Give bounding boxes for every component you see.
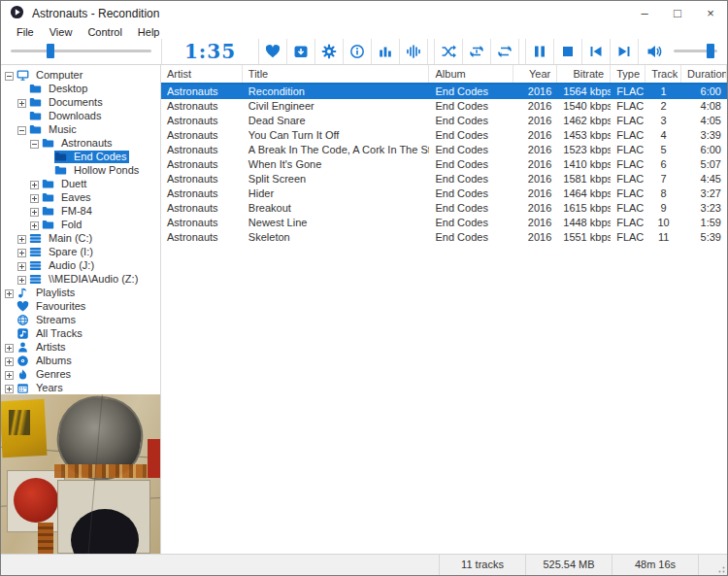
expand-toggle[interactable] (30, 180, 39, 188)
previous-button[interactable] (582, 39, 611, 64)
cell-bitrate: 1448 kbps (557, 216, 611, 230)
table-row[interactable]: AstronautsWhen It's GoneEnd Codes2016141… (161, 157, 727, 172)
collapse-toggle[interactable] (5, 71, 14, 80)
toolbar-separator (428, 39, 435, 64)
expand-toggle[interactable] (17, 261, 26, 270)
expand-toggle[interactable] (5, 384, 14, 392)
menu-help[interactable]: Help (130, 26, 168, 38)
tree-item-genres[interactable]: Genres (1, 367, 160, 381)
visualizer-button[interactable] (400, 39, 428, 64)
cell-bitrate: 1523 kbps (557, 143, 611, 157)
expand-toggle[interactable] (30, 207, 39, 216)
column-header-title[interactable]: Title (243, 65, 430, 83)
stop-icon (560, 44, 576, 59)
cell-artist: Astronauts (161, 143, 243, 157)
tree-item-end-codes[interactable]: End Codes (1, 150, 160, 163)
table-row[interactable]: AstronautsHiderEnd Codes20161464 kbpsFLA… (161, 186, 727, 201)
tree-item-artists[interactable]: Artists (1, 340, 160, 354)
speaker-button[interactable] (639, 39, 670, 64)
table-row[interactable]: AstronautsReconditionEnd Codes20161564 k… (161, 85, 727, 99)
collapse-toggle[interactable] (30, 139, 39, 148)
tree-item-streams[interactable]: Streams (1, 313, 160, 326)
tree-item-years[interactable]: Years (1, 381, 160, 394)
repeat-all-button[interactable] (491, 39, 519, 64)
menu-control[interactable]: Control (80, 26, 129, 38)
tree-item-computer[interactable]: Computer (1, 68, 160, 82)
column-header-year[interactable]: Year (513, 65, 557, 83)
next-button[interactable] (611, 39, 639, 64)
tree-item-hollow-ponds[interactable]: Hollow Ponds (1, 163, 160, 177)
tree-item-eaves[interactable]: Eaves (1, 190, 160, 204)
column-header-type[interactable]: Type (611, 65, 645, 83)
tree-item-spare-i[interactable]: Spare (I:) (1, 245, 160, 258)
tree-item-astronauts[interactable]: Astronauts (1, 136, 160, 150)
expand-toggle[interactable] (30, 193, 39, 202)
resize-grip[interactable] (698, 555, 727, 575)
tree-item-downloads[interactable]: Downloads (1, 109, 160, 122)
repeat-track-button[interactable] (463, 39, 491, 64)
volume-slider[interactable] (670, 39, 727, 64)
seek-handle[interactable] (47, 44, 54, 58)
cell-year: 2016 (513, 186, 557, 201)
folder-icon (42, 178, 54, 190)
column-header-bitrate[interactable]: Bitrate (557, 65, 611, 83)
table-row[interactable]: AstronautsYou Can Turn It OffEnd Codes20… (161, 128, 727, 143)
table-row[interactable]: AstronautsDead SnareEnd Codes20161462 kb… (161, 114, 727, 128)
minimize-button[interactable]: – (628, 1, 661, 25)
sidebar: ComputerDesktopDocumentsDownloadsMusicAs… (1, 65, 161, 554)
collapse-toggle[interactable] (17, 125, 26, 134)
table-row[interactable]: AstronautsSkeletonEnd Codes20161551 kbps… (161, 230, 727, 245)
expand-toggle[interactable] (17, 234, 26, 243)
close-button[interactable]: × (694, 1, 727, 25)
menu-file[interactable]: File (9, 26, 42, 38)
expand-toggle[interactable] (5, 370, 14, 379)
tree-item-media-audio-z[interactable]: \\MEDIA\Audio (Z:) (1, 272, 160, 286)
tree-item-audio-j[interactable]: Audio (J:) (1, 258, 160, 272)
info-button[interactable] (344, 39, 372, 64)
tree-item-fm-84[interactable]: FM-84 (1, 204, 160, 218)
expand-toggle[interactable] (30, 220, 39, 229)
stop-button[interactable] (554, 39, 582, 64)
tree-item-playlists[interactable]: Playlists (1, 286, 160, 299)
tree-item-duett[interactable]: Duett (1, 177, 160, 190)
tree-item-documents[interactable]: Documents (1, 95, 160, 109)
cell-type: FLAC (611, 157, 645, 172)
expand-toggle[interactable] (17, 98, 26, 107)
expand-toggle[interactable] (17, 275, 26, 284)
tree-item-all-tracks[interactable]: All Tracks (1, 326, 160, 340)
column-header-album[interactable]: Album (429, 65, 513, 83)
tree-item-favourites[interactable]: Favourites (1, 299, 160, 313)
table-row[interactable]: AstronautsNewest LineEnd Codes20161448 k… (161, 216, 727, 230)
shuffle-button[interactable] (435, 39, 463, 64)
column-header-artist[interactable]: Artist (161, 65, 243, 83)
tree-item-fold[interactable]: Fold (1, 218, 160, 231)
column-header-track[interactable]: Track (645, 65, 681, 83)
maximize-button[interactable]: □ (661, 1, 694, 25)
expand-toggle[interactable] (5, 343, 14, 352)
expand-toggle[interactable] (17, 248, 26, 256)
time-display: 1:35 (162, 39, 259, 64)
seek-track[interactable] (11, 50, 151, 52)
volume-handle[interactable] (707, 44, 714, 58)
tree-item-desktop[interactable]: Desktop (1, 82, 160, 95)
cell-year: 2016 (513, 201, 557, 216)
table-row[interactable]: AstronautsSplit ScreenEnd Codes20161581 … (161, 172, 727, 186)
seek-slider[interactable] (1, 39, 162, 64)
column-header-duration[interactable]: Duration (681, 65, 727, 83)
tree-item-albums[interactable]: Albums (1, 354, 160, 367)
table-row[interactable]: AstronautsCivil EngineerEnd Codes2016154… (161, 99, 727, 114)
playlist-icon (17, 287, 29, 299)
folder-icon (29, 123, 42, 136)
pause-button[interactable] (526, 39, 554, 64)
expand-toggle[interactable] (5, 288, 14, 297)
settings-button[interactable] (315, 39, 344, 64)
favourite-button[interactable] (259, 39, 287, 64)
expand-toggle[interactable] (5, 356, 14, 365)
table-row[interactable]: AstronautsA Break In The Code, A Cork In… (161, 143, 727, 157)
collect-button[interactable] (287, 39, 315, 64)
menu-view[interactable]: View (42, 26, 81, 38)
table-row[interactable]: AstronautsBreakoutEnd Codes20161615 kbps… (161, 201, 727, 216)
levels-button[interactable] (372, 39, 400, 64)
tree-item-main-c[interactable]: Main (C:) (1, 231, 160, 245)
tree-item-music[interactable]: Music (1, 122, 160, 136)
